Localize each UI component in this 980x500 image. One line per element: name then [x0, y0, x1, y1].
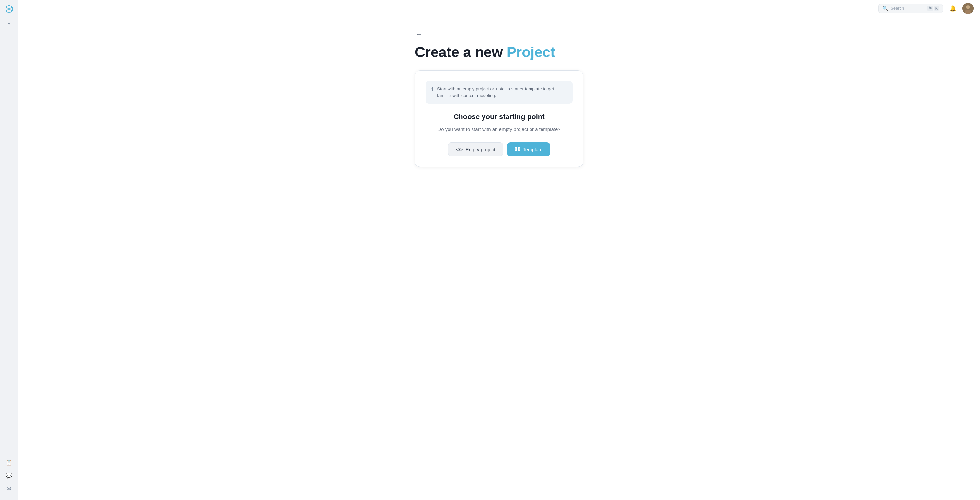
page-title: Create a new Project	[415, 45, 583, 60]
search-icon: 🔍	[883, 6, 888, 11]
svg-point-1	[966, 5, 970, 9]
section-desc: Do you want to start with an empty proje…	[425, 126, 573, 133]
page-content: ← Create a new Project ℹ Start with an e…	[18, 17, 980, 500]
svg-rect-5	[515, 149, 517, 151]
empty-project-label: Empty project	[466, 147, 495, 152]
search-bar[interactable]: 🔍 Search ⌘ K	[878, 3, 943, 13]
main-area: 🔍 Search ⌘ K 🔔 ← Create a new Project	[18, 0, 980, 500]
avatar[interactable]	[963, 3, 974, 14]
code-icon: </>	[456, 147, 463, 152]
page-inner: ← Create a new Project ℹ Start with an e…	[415, 30, 583, 167]
section-title: Choose your starting point	[425, 113, 573, 121]
info-banner-text: Start with an empty project or install a…	[437, 86, 567, 99]
svg-rect-6	[518, 149, 520, 151]
page-title-accent: Project	[507, 44, 555, 60]
mail-icon[interactable]: ✉	[4, 483, 14, 494]
expand-sidebar-button[interactable]: »	[4, 19, 14, 27]
search-shortcut: ⌘ K	[927, 6, 939, 11]
svg-rect-4	[518, 147, 520, 149]
back-button[interactable]: ←	[415, 30, 423, 39]
search-k-key: K	[934, 6, 939, 11]
template-button[interactable]: Template	[507, 142, 550, 157]
sidebar-bottom-icons: 📋 💬 ✉	[4, 457, 14, 496]
search-placeholder: Search	[891, 6, 924, 11]
sidebar: » 📋 💬 ✉	[0, 0, 18, 500]
notification-button[interactable]: 🔔	[947, 3, 959, 14]
app-logo[interactable]	[4, 4, 14, 14]
chat-icon[interactable]: 💬	[4, 470, 14, 481]
template-icon	[515, 146, 520, 152]
svg-rect-3	[515, 147, 517, 149]
page-title-static: Create a new	[415, 44, 507, 60]
button-row: </> Empty project Template	[425, 142, 573, 157]
info-banner: ℹ Start with an empty project or install…	[425, 81, 573, 104]
search-cmd-key: ⌘	[927, 6, 933, 11]
info-icon: ℹ	[431, 86, 433, 92]
topbar: 🔍 Search ⌘ K 🔔	[18, 0, 980, 17]
empty-project-button[interactable]: </> Empty project	[448, 142, 503, 157]
template-label: Template	[523, 147, 542, 152]
starting-point-card: ℹ Start with an empty project or install…	[415, 70, 583, 167]
docs-icon[interactable]: 📋	[4, 457, 14, 468]
